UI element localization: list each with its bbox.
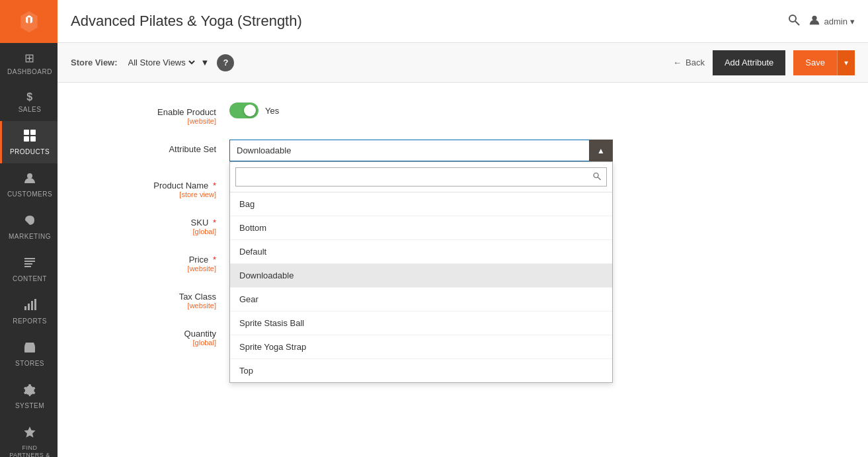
customers-icon bbox=[23, 171, 36, 188]
sidebar-item-label: REPORTS bbox=[13, 317, 47, 325]
sidebar-item-label: SYSTEM bbox=[15, 402, 44, 409]
main-content: Advanced Pilates & Yoga (Strength) admin… bbox=[58, 0, 868, 457]
sidebar-item-sales[interactable]: $ SALES bbox=[0, 83, 58, 121]
sidebar-item-customers[interactable]: CUSTOMERS bbox=[0, 163, 58, 206]
dropdown-search-icon bbox=[592, 171, 602, 183]
svg-point-5 bbox=[27, 220, 29, 222]
user-menu[interactable]: admin ▾ bbox=[809, 14, 855, 29]
back-label: Back bbox=[686, 58, 705, 67]
sidebar-item-reports[interactable]: REPORTS bbox=[0, 290, 58, 333]
search-icon[interactable] bbox=[787, 13, 801, 30]
dropdown-item-sprite-yoga-strap[interactable]: Sprite Yoga Strap bbox=[230, 335, 612, 359]
svg-rect-13 bbox=[34, 299, 36, 310]
dropdown-list: Bag Bottom Default Downloadable Gear Spr… bbox=[230, 192, 612, 382]
svg-marker-16 bbox=[24, 427, 36, 438]
svg-line-21 bbox=[598, 177, 600, 179]
svg-rect-6 bbox=[24, 258, 35, 259]
attribute-set-input[interactable] bbox=[229, 140, 613, 161]
dropdown-item-downloadable[interactable]: Downloadable bbox=[230, 264, 612, 288]
save-dropdown-button[interactable]: ▾ bbox=[837, 50, 855, 75]
toolbar: Store View: All Store Views ▼ ? ← Back A… bbox=[58, 43, 868, 83]
dropdown-search bbox=[230, 162, 612, 192]
attribute-set-control: ▲ Bag Bottom Default bbox=[229, 140, 679, 161]
dropdown-item-sprite-stasis-ball[interactable]: Sprite Stasis Ball bbox=[230, 312, 612, 335]
sidebar-item-system[interactable]: SYSTEM bbox=[0, 375, 58, 417]
svg-rect-12 bbox=[31, 301, 33, 310]
topbar-actions: admin ▾ bbox=[787, 13, 855, 30]
save-button-group: Save ▾ bbox=[793, 50, 855, 75]
svg-point-19 bbox=[812, 15, 816, 20]
sidebar-item-marketing[interactable]: MARKETING bbox=[0, 206, 58, 248]
dropdown-item-default[interactable]: Default bbox=[230, 240, 612, 264]
products-icon bbox=[23, 129, 36, 145]
svg-rect-8 bbox=[24, 263, 32, 265]
dropdown-item-bottom[interactable]: Bottom bbox=[230, 216, 612, 240]
attribute-set-dropdown: Bag Bottom Default Downloadable Gear Spr… bbox=[229, 161, 613, 383]
partners-icon bbox=[23, 425, 36, 442]
sidebar-item-label: CUSTOMERS bbox=[7, 190, 52, 198]
enable-product-toggle[interactable] bbox=[229, 103, 258, 118]
dropdown-item-bag[interactable]: Bag bbox=[230, 192, 612, 216]
user-name: admin bbox=[824, 17, 848, 26]
attribute-set-wrapper: ▲ Bag Bottom Default bbox=[229, 140, 613, 161]
svg-point-17 bbox=[789, 15, 796, 22]
svg-point-20 bbox=[594, 173, 598, 177]
svg-rect-11 bbox=[28, 304, 30, 310]
sidebar: ⊞ DASHBOARD $ SALES PRODUCTS CUSTOMERS M… bbox=[0, 0, 58, 457]
save-button[interactable]: Save bbox=[793, 50, 837, 75]
attribute-set-group: Attribute Set ▲ Ba bbox=[84, 140, 679, 161]
enable-product-control: Yes bbox=[229, 103, 679, 118]
sidebar-logo[interactable] bbox=[0, 0, 58, 43]
toggle-thumb bbox=[244, 104, 256, 116]
avatar-icon bbox=[809, 14, 820, 29]
dropdown-item-gear[interactable]: Gear bbox=[230, 288, 612, 312]
content-icon bbox=[23, 256, 36, 272]
sidebar-item-products[interactable]: PRODUCTS bbox=[0, 121, 58, 163]
sidebar-item-dashboard[interactable]: ⊞ DASHBOARD bbox=[0, 43, 58, 83]
dashboard-icon: ⊞ bbox=[24, 51, 35, 65]
marketing-icon bbox=[23, 214, 36, 230]
dropdown-search-input[interactable] bbox=[235, 167, 607, 187]
toggle-wrap: Yes bbox=[229, 103, 679, 118]
store-view-select[interactable]: All Store Views ▼ bbox=[126, 57, 210, 68]
sidebar-item-label: FIND PARTNERS & EXTENSIONS bbox=[5, 444, 54, 457]
svg-rect-15 bbox=[28, 349, 32, 353]
store-view-dropdown[interactable]: All Store Views bbox=[126, 57, 197, 68]
enable-product-label: Enable Product [website] bbox=[84, 103, 229, 125]
user-dropdown-icon: ▾ bbox=[850, 17, 855, 26]
svg-rect-10 bbox=[24, 306, 26, 310]
svg-rect-9 bbox=[24, 266, 31, 267]
sidebar-item-partners[interactable]: FIND PARTNERS & EXTENSIONS bbox=[0, 417, 58, 457]
enable-product-group: Enable Product [website] Yes bbox=[84, 103, 679, 125]
store-view-label: Store View: bbox=[71, 58, 118, 67]
sku-label: SKU * [global] bbox=[84, 213, 229, 235]
toggle-yes-label: Yes bbox=[265, 106, 279, 116]
reports-icon bbox=[23, 298, 36, 315]
svg-line-18 bbox=[795, 21, 799, 25]
product-name-label: Product Name * [store view] bbox=[84, 176, 229, 198]
page-title: Advanced Pilates & Yoga (Strength) bbox=[71, 13, 302, 30]
svg-rect-2 bbox=[24, 136, 29, 142]
svg-rect-1 bbox=[30, 130, 36, 135]
sales-icon: $ bbox=[26, 91, 32, 103]
topbar: Advanced Pilates & Yoga (Strength) admin… bbox=[58, 0, 868, 43]
back-arrow-icon: ← bbox=[673, 58, 682, 67]
sidebar-item-label: STORES bbox=[15, 360, 44, 367]
attribute-set-label: Attribute Set bbox=[84, 140, 229, 154]
quantity-label: Quantity [global] bbox=[84, 324, 229, 347]
sidebar-item-stores[interactable]: STORES bbox=[0, 333, 58, 375]
sidebar-item-label: SALES bbox=[19, 106, 42, 113]
sidebar-item-label: PRODUCTS bbox=[10, 148, 50, 155]
svg-point-4 bbox=[27, 173, 32, 179]
system-icon bbox=[23, 383, 36, 399]
stores-icon bbox=[23, 341, 36, 357]
add-attribute-button[interactable]: Add Attribute bbox=[713, 50, 785, 75]
back-button[interactable]: ← Back bbox=[673, 58, 705, 67]
help-button[interactable]: ? bbox=[217, 54, 234, 71]
sidebar-item-content[interactable]: CONTENT bbox=[0, 248, 58, 290]
sidebar-item-label: MARKETING bbox=[9, 233, 51, 240]
tax-class-label: Tax Class [website] bbox=[84, 287, 229, 310]
dropdown-item-top[interactable]: Top bbox=[230, 359, 612, 382]
price-label: Price * [website] bbox=[84, 250, 229, 272]
sidebar-item-label: DASHBOARD bbox=[7, 68, 52, 75]
